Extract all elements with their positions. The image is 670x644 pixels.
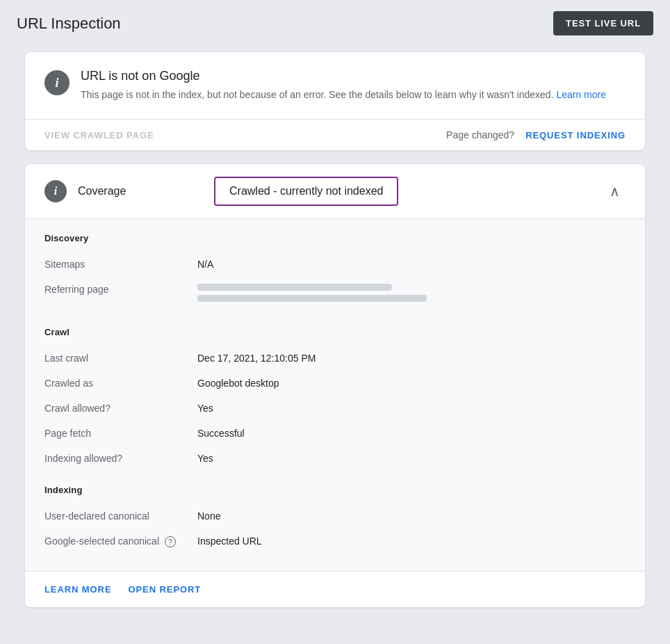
page-fetch-row: Page fetch Successful: [44, 421, 626, 446]
indexing-allowed-value: Yes: [197, 453, 626, 464]
last-crawl-row: Last crawl Dec 17, 2021, 12:10:05 PM: [44, 346, 626, 371]
page-fetch-label: Page fetch: [44, 428, 197, 439]
learn-more-footer-button[interactable]: LEARN MORE: [44, 584, 112, 595]
sitemaps-value: N/A: [197, 259, 626, 270]
page-changed-label: Page changed?: [446, 129, 514, 140]
alert-heading: URL is not on Google: [81, 69, 606, 83]
user-canonical-value: None: [197, 510, 626, 522]
footer-actions: LEARN MORE OPEN REPORT: [25, 571, 645, 607]
alert-card: i URL is not on Google This page is not …: [25, 52, 645, 150]
request-indexing-button[interactable]: REQUEST INDEXING: [525, 130, 626, 140]
referring-page-row: Referring page: [44, 277, 626, 313]
google-canonical-row: Google-selected canonical ? Inspected UR…: [44, 529, 626, 554]
discovery-heading: Discovery: [44, 219, 626, 252]
indexing-allowed-row: Indexing allowed? Yes: [44, 446, 626, 471]
coverage-header: i Coverage Crawled - currently not index…: [25, 164, 645, 218]
blurred-bar-1: [197, 284, 392, 291]
indexing-allowed-label: Indexing allowed?: [44, 453, 197, 464]
view-crawled-button: VIEW CRAWLED PAGE: [44, 130, 154, 140]
test-live-url-button[interactable]: TEST LIVE URL: [553, 11, 653, 35]
learn-more-link[interactable]: Learn more: [556, 89, 606, 100]
coverage-card: i Coverage Crawled - currently not index…: [25, 164, 645, 607]
coverage-status-box: Crawled - currently not indexed: [214, 177, 398, 206]
open-report-button[interactable]: OPEN REPORT: [129, 584, 202, 595]
page-title: URL Inspection: [17, 15, 121, 33]
indexing-heading: Indexing: [44, 471, 626, 504]
last-crawl-value: Dec 17, 2021, 12:10:05 PM: [197, 353, 626, 364]
crawl-allowed-label: Crawl allowed?: [44, 403, 197, 414]
crawl-allowed-value: Yes: [197, 403, 626, 414]
user-canonical-label: User-declared canonical: [44, 510, 197, 522]
google-canonical-label: Google-selected canonical ?: [44, 536, 197, 547]
blurred-bar-2: [197, 295, 427, 302]
last-crawl-label: Last crawl: [44, 353, 197, 364]
action-bar: VIEW CRAWLED PAGE Page changed? REQUEST …: [25, 120, 645, 150]
info-icon: i: [44, 70, 70, 95]
sitemaps-label: Sitemaps: [44, 259, 197, 270]
coverage-body: Discovery Sitemaps N/A Referring page Cr…: [25, 219, 645, 571]
google-canonical-value: Inspected URL: [197, 536, 626, 547]
crawl-allowed-row: Crawl allowed? Yes: [44, 396, 626, 421]
collapse-button[interactable]: ∧: [604, 180, 626, 202]
referring-page-label: Referring page: [44, 284, 197, 295]
page-fetch-value: Successful: [197, 428, 626, 439]
crawl-heading: Crawl: [44, 313, 626, 346]
crawled-as-label: Crawled as: [44, 378, 197, 389]
help-icon[interactable]: ?: [165, 536, 176, 547]
sitemaps-row: Sitemaps N/A: [44, 252, 626, 277]
user-canonical-row: User-declared canonical None: [44, 504, 626, 529]
alert-text-block: URL is not on Google This page is not in…: [81, 69, 606, 102]
coverage-label: Coverage: [78, 185, 203, 198]
crawled-as-value: Googlebot desktop: [197, 378, 626, 389]
coverage-info-icon: i: [44, 180, 67, 202]
referring-page-value: [197, 284, 427, 306]
alert-description: This page is not in the index, but not b…: [81, 88, 606, 102]
action-right: Page changed? REQUEST INDEXING: [446, 129, 626, 140]
crawled-as-row: Crawled as Googlebot desktop: [44, 371, 626, 396]
